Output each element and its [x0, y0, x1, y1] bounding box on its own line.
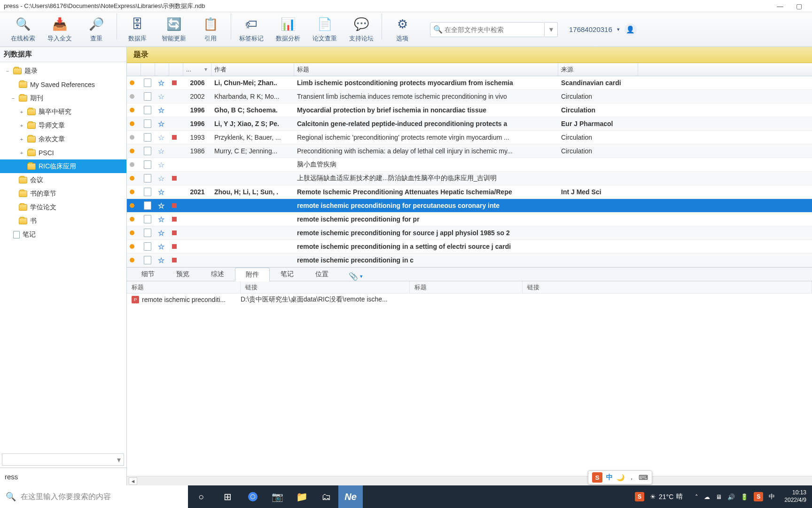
network-icon[interactable]: 🖥 [716, 493, 722, 500]
table-row[interactable]: ☆2006Li, Chun-Mei; Zhan..Limb ischemic p… [127, 76, 812, 90]
table-row[interactable]: ☆remote ischemic preconditioning for sou… [127, 226, 812, 240]
table-row[interactable]: ☆1993Przyklenk, K; Bauer, ...Regional is… [127, 131, 812, 144]
grid-body[interactable]: ☆2006Li, Chun-Mei; Zhan..Limb ischemic p… [127, 76, 812, 267]
chrome-icon[interactable] [241, 485, 265, 508]
table-row[interactable]: ☆1996Li, Y J; Xiao, Z S; Pe.Calcitonin g… [127, 117, 812, 131]
col-year[interactable]: ...▼ [183, 63, 211, 76]
table-row[interactable]: ☆1996Gho, B C; Schoema.Myocardial protec… [127, 103, 812, 117]
expand-icon[interactable]: + [19, 109, 24, 115]
ime-lang-tray[interactable]: 中 [769, 492, 775, 501]
toolbar-引用[interactable]: 📋引用 [192, 13, 229, 46]
user-area[interactable]: 17684020316 ▾ 👤 [569, 24, 637, 36]
toolbar-论文查重[interactable]: 📄论文查重 [306, 13, 343, 46]
expand-icon[interactable]: − [5, 68, 10, 74]
table-row[interactable]: ☆remote ischemic preconditioning for per… [127, 199, 812, 213]
star-icon[interactable]: ☆ [158, 215, 164, 224]
star-icon[interactable]: ☆ [158, 229, 164, 238]
col-star[interactable] [155, 63, 169, 76]
windows-search[interactable]: 🔍 在这里输入你要搜索的内容 [0, 485, 188, 508]
sidebar-item-PSCI[interactable]: +PSCI [0, 146, 126, 159]
attachment-icon[interactable]: 📎 ▾ [349, 272, 363, 281]
ime-lang[interactable]: 中 [606, 473, 613, 482]
sidebar-item-学位论文[interactable]: 学位论文 [0, 200, 126, 214]
star-icon[interactable]: ☆ [158, 119, 164, 128]
maximize-button[interactable]: ▢ [789, 2, 808, 10]
toolbar-数据分析[interactable]: 📊数据分析 [270, 13, 306, 46]
expand-icon[interactable]: + [19, 123, 24, 128]
toolbar-查重[interactable]: 🔎查重 [78, 13, 115, 46]
toolbar-智能更新[interactable]: 🔄智能更新 [156, 13, 192, 46]
toolbar-选项[interactable]: ⚙选项 [384, 13, 421, 46]
explorer-icon[interactable]: 🗂 [314, 485, 338, 508]
weather-widget[interactable]: ☀ 21°C 晴 [650, 492, 683, 501]
col-flag[interactable] [169, 63, 183, 76]
table-row[interactable]: ☆remote ischemic preconditioning for pr [127, 213, 812, 226]
star-icon[interactable]: ☆ [158, 106, 164, 115]
table-row[interactable]: ☆脑小血管疾病 [127, 158, 812, 172]
sidebar-filter-dropdown[interactable]: ▾ [2, 453, 124, 466]
star-icon[interactable]: ☆ [158, 201, 164, 210]
star-icon[interactable]: ☆ [158, 79, 164, 87]
toolbar-数据库[interactable]: 🗄数据库 [119, 13, 156, 46]
detail-tab-笔记[interactable]: 笔记 [270, 267, 304, 281]
star-icon[interactable]: ☆ [158, 147, 164, 156]
onedrive-icon[interactable]: ☁ [704, 493, 710, 500]
col-type[interactable] [141, 63, 155, 76]
sidebar-item-题录[interactable]: −题录 [0, 64, 126, 78]
sogou-tray-icon[interactable]: S [635, 492, 644, 501]
sidebar-item-脑卒中研究[interactable]: +脑卒中研究 [0, 105, 126, 119]
ime-toolbar[interactable]: S 中 🌙 ， ⌨ [588, 470, 652, 484]
user-avatar-icon[interactable]: 👤 [625, 24, 637, 36]
sidebar-item-导师文章[interactable]: +导师文章 [0, 119, 126, 132]
table-row[interactable]: ☆2002Kharbanda, R K; Mo...Transient limb… [127, 90, 812, 103]
moon-icon[interactable]: 🌙 [617, 474, 625, 481]
ime-tray-icon[interactable]: S [754, 492, 763, 501]
sidebar-tree[interactable]: −题录My Saved References−期刊+脑卒中研究+导师文章+余欢文… [0, 62, 126, 452]
col-title[interactable]: 标题 [294, 63, 558, 76]
star-icon[interactable]: ☆ [158, 242, 164, 251]
expand-icon[interactable]: − [10, 95, 16, 101]
sidebar-item-My Saved References[interactable]: My Saved References [0, 78, 126, 91]
star-icon[interactable]: ☆ [158, 188, 164, 197]
expand-icon[interactable]: + [19, 150, 24, 156]
sidebar-item-笔记[interactable]: 笔记 [0, 228, 126, 241]
detail-tab-综述[interactable]: 综述 [200, 267, 235, 281]
col-author[interactable]: 作者 [211, 63, 294, 76]
toolbar-支持论坛[interactable]: 💬支持论坛 [343, 13, 380, 46]
col-source[interactable]: 来源 [558, 63, 638, 76]
tray-chevron-icon[interactable]: ˄ [695, 493, 698, 500]
attachment-row[interactable]: P remote ischemic preconditi... D:\贵中医研究… [127, 294, 812, 306]
table-row[interactable]: ☆remote ischemic preconditioning in a se… [127, 240, 812, 254]
minimize-button[interactable]: — [771, 2, 789, 10]
clock[interactable]: 10:13 2022/4/9 [784, 489, 806, 504]
star-icon[interactable]: ☆ [158, 174, 164, 183]
detail-tab-附件[interactable]: 附件 [235, 268, 270, 281]
search-input[interactable] [445, 26, 541, 33]
battery-icon[interactable]: 🔋 [741, 493, 748, 500]
volume-icon[interactable]: 🔊 [727, 493, 735, 500]
toolbar-标签标记[interactable]: 🏷标签标记 [233, 13, 270, 46]
expand-icon[interactable]: + [19, 136, 24, 142]
toolbar-在线检索[interactable]: 🔍在线检索 [5, 13, 41, 46]
star-icon[interactable]: ☆ [158, 92, 164, 101]
sidebar-item-书[interactable]: 书 [0, 214, 126, 228]
task-view-icon[interactable]: ⊞ [214, 485, 241, 508]
sidebar-item-会议[interactable]: 会议 [0, 173, 126, 187]
sidebar-item-RIC临床应用[interactable]: RIC临床应用 [0, 159, 126, 173]
table-row[interactable]: ☆2021Zhou, H; Li, L; Sun, .Remote Ischem… [127, 185, 812, 199]
ime-punct[interactable]: ， [628, 473, 635, 482]
detail-tab-位置[interactable]: 位置 [304, 267, 339, 281]
col-status[interactable] [127, 63, 141, 76]
table-row[interactable]: ☆1986Murry, C E; Jenning...Preconditioni… [127, 144, 812, 158]
table-row[interactable]: ☆remote ischemic preconditioning in c [127, 254, 812, 267]
toolbar-导入全文[interactable]: 📥导入全文 [41, 13, 78, 46]
horizontal-scrollbar[interactable]: ◄ [127, 476, 812, 485]
detail-tab-细节[interactable]: 细节 [131, 267, 165, 281]
sidebar-item-余欢文章[interactable]: +余欢文章 [0, 132, 126, 146]
table-row[interactable]: ☆上肢远隔缺血适应新技术的建...防治缺血性脑卒中的临床应用_吉训明 [127, 172, 812, 185]
noteexpress-icon[interactable]: Ne [338, 485, 363, 508]
app-icon-2[interactable]: 📁 [289, 485, 314, 508]
star-icon[interactable]: ☆ [158, 160, 164, 169]
sidebar-item-期刊[interactable]: −期刊 [0, 91, 126, 105]
app-icon-1[interactable]: 📷 [265, 485, 289, 508]
